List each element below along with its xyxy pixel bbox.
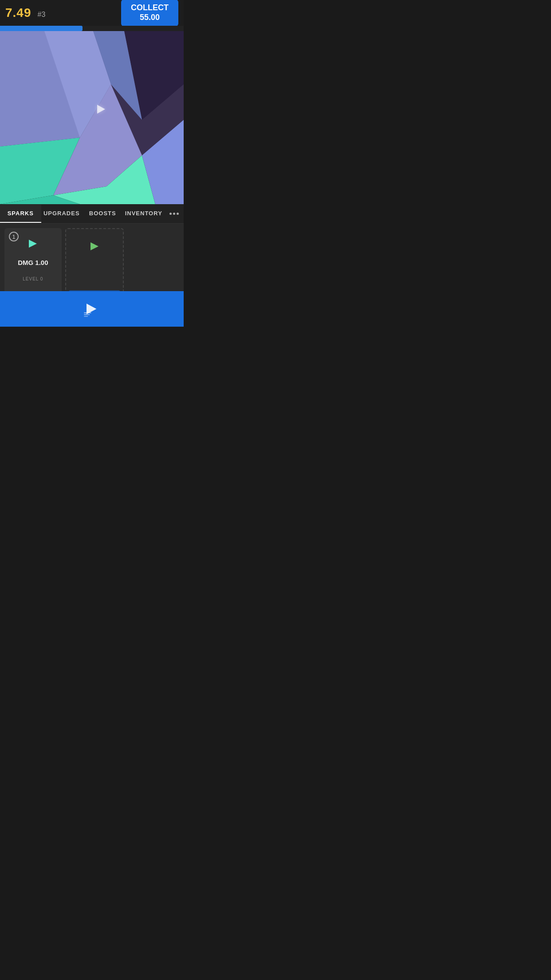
game-canvas[interactable] <box>0 31 184 204</box>
more-options-button[interactable] <box>164 204 184 224</box>
top-hud: 7.49 #3 COLLECT 55.00 <box>0 0 184 26</box>
score-display: 7.49 <box>5 6 31 20</box>
progress-bar-fill <box>0 26 83 31</box>
tab-bar: SPARKS UPGRADES BOOSTS INVENTORY <box>0 204 184 224</box>
rank-display: #3 <box>38 11 46 19</box>
tab-boosts[interactable]: BOOSTS <box>82 205 123 223</box>
spark-name-1: DMG 1.00 <box>18 259 48 266</box>
tab-upgrades[interactable]: UPGRADES <box>41 205 83 223</box>
game-cursor-icon <box>97 105 105 114</box>
spark-arrow-icon-1 <box>29 240 37 248</box>
dot-icon <box>169 213 172 215</box>
collect-button[interactable]: COLLECT 55.00 <box>121 0 178 26</box>
dot-icon <box>173 213 175 215</box>
bottom-arrow-icon <box>83 300 101 318</box>
progress-bar-container <box>0 26 184 31</box>
tab-sparks[interactable]: SPARKS <box>0 205 41 223</box>
tab-inventory[interactable]: INVENTORY <box>123 205 165 223</box>
spark-level-1: LEVEL 0 <box>23 277 43 281</box>
dot-icon <box>177 213 179 215</box>
spark-arrow-icon-2 <box>91 242 98 250</box>
bottom-action-bar[interactable] <box>0 291 184 327</box>
spark-number-1: 1 <box>9 232 19 241</box>
